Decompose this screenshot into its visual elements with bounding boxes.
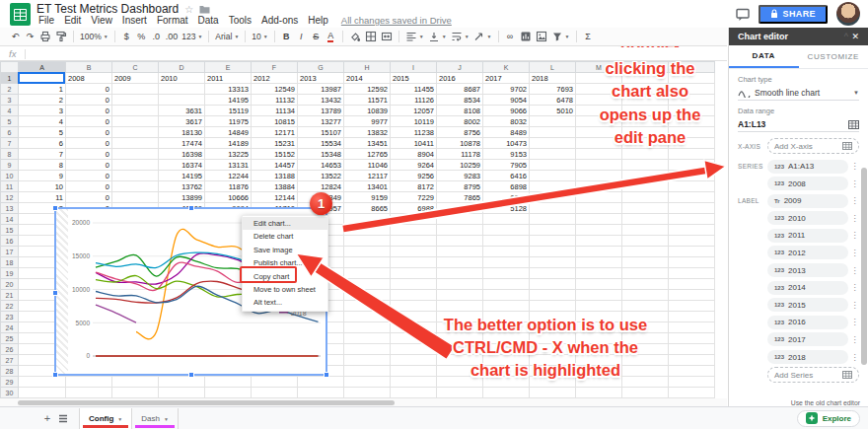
cell-M18[interactable] [576, 257, 622, 268]
cell-I5[interactable]: 10119 [391, 116, 437, 127]
grid-corner[interactable] [1, 62, 19, 73]
row-header-25[interactable]: 25 [1, 333, 19, 344]
format-currency-button[interactable]: $ [119, 29, 134, 44]
series-options-kebab-icon[interactable]: ⋮ [850, 162, 859, 171]
insert-chart-button[interactable] [518, 29, 534, 44]
row-header-17[interactable]: 17 [1, 247, 19, 257]
cell-E6[interactable]: 14849 [205, 127, 252, 138]
chart-type-select[interactable]: Smooth line chart ▼ [738, 86, 859, 101]
cell-A29[interactable] [19, 377, 66, 388]
row-header-22[interactable]: 22 [1, 301, 19, 312]
column-header-L[interactable]: L [530, 62, 576, 73]
cell-A3[interactable]: 2 [19, 95, 66, 106]
cell-L15[interactable] [530, 225, 576, 236]
cell-H18[interactable] [344, 257, 391, 268]
insert-image-button[interactable] [534, 29, 549, 44]
cell-I12[interactable]: 7229 [391, 192, 437, 203]
series-chip-2010[interactable]: 1232010 [767, 211, 848, 225]
cell-J10[interactable]: 9283 [437, 171, 483, 181]
cell-A10[interactable]: 9 [19, 171, 66, 181]
menu-item-copy-chart[interactable]: Copy chart [243, 270, 327, 283]
cell-N17[interactable] [622, 247, 669, 257]
decrease-decimals-button[interactable]: .0 [149, 29, 164, 44]
sheet-tab-dash[interactable]: Dash▼ [132, 408, 179, 429]
column-header-I[interactable]: I [391, 62, 437, 73]
cell-K12[interactable]: 6044 [483, 192, 530, 203]
cell-J2[interactable]: 8687 [437, 84, 483, 95]
resize-handle-n[interactable] [188, 205, 194, 211]
cell-G30[interactable] [298, 388, 344, 398]
row-header-11[interactable]: 11 [1, 181, 19, 192]
cell-L5[interactable] [530, 116, 576, 127]
more-formats-button[interactable]: 123▼ [180, 29, 204, 44]
row-header-12[interactable]: 12 [1, 192, 19, 203]
menu-item-move-to-own-sheet[interactable]: Move to own sheet [243, 283, 327, 296]
cell-H27[interactable] [344, 355, 391, 366]
cell-C29[interactable] [112, 377, 159, 388]
cell-H11[interactable]: 13401 [344, 181, 391, 192]
cell-N19[interactable] [622, 268, 669, 279]
menu-item-delete-chart[interactable]: Delete chart [243, 230, 327, 243]
cell-E12[interactable]: 10666 [205, 192, 252, 203]
add-x-axis-field[interactable]: Add X-axis [767, 138, 859, 154]
menu-item-edit-chart[interactable]: Edit chart... [243, 217, 327, 230]
column-header-J[interactable]: J [437, 62, 483, 73]
cell-J8[interactable]: 11178 [437, 149, 483, 160]
cell-G10[interactable]: 13522 [298, 171, 344, 181]
cell-B6[interactable]: 0 [66, 127, 112, 138]
cell-D30[interactable] [159, 388, 205, 398]
cell-E8[interactable]: 13225 [205, 149, 252, 160]
cell-J19[interactable] [437, 268, 483, 279]
menu-format[interactable]: Format [152, 15, 193, 26]
row-header-6[interactable]: 6 [1, 127, 19, 138]
cell-F1[interactable]: 2012 [252, 73, 298, 84]
cell-F29[interactable] [252, 377, 298, 388]
cell-K17[interactable] [483, 247, 530, 257]
series-options-kebab-icon[interactable]: ⋮ [850, 196, 859, 205]
cell-B12[interactable]: 0 [66, 192, 112, 203]
cell-J30[interactable] [437, 388, 483, 398]
cell-B30[interactable] [66, 388, 112, 398]
explore-button[interactable]: Explore [797, 410, 860, 427]
cell-I22[interactable] [391, 301, 437, 312]
cell-K5[interactable]: 8032 [483, 116, 530, 127]
cell-L14[interactable] [530, 214, 576, 225]
cell-A9[interactable]: 8 [19, 160, 66, 171]
cell-J22[interactable] [437, 301, 483, 312]
cell-H19[interactable] [344, 268, 391, 279]
cell-H9[interactable]: 11046 [344, 160, 391, 171]
series-chip-2017[interactable]: 1232017 [767, 332, 848, 346]
cell-L3[interactable]: 6478 [530, 95, 576, 106]
functions-button[interactable]: Σ [581, 29, 596, 44]
cell-O19[interactable] [669, 268, 715, 279]
series-chip-2015[interactable]: 1232015 [767, 298, 848, 312]
cell-O15[interactable] [669, 225, 715, 236]
cell-I16[interactable] [391, 236, 437, 247]
cell-I18[interactable] [391, 257, 437, 268]
cell-I20[interactable] [391, 279, 437, 290]
cell-B5[interactable]: 0 [66, 116, 112, 127]
cell-D8[interactable]: 16398 [159, 149, 205, 160]
cell-J3[interactable]: 8534 [437, 95, 483, 106]
series-chip-2009[interactable]: Tr2009 [767, 194, 848, 208]
resize-handle-s[interactable] [188, 372, 194, 378]
increase-decimals-button[interactable]: .00 [164, 29, 181, 44]
cell-L13[interactable] [530, 203, 576, 214]
cell-M14[interactable] [576, 214, 622, 225]
cell-N16[interactable] [622, 236, 669, 247]
cell-N30[interactable] [622, 388, 669, 398]
cell-I8[interactable]: 8904 [391, 149, 437, 160]
cell-B8[interactable]: 0 [66, 149, 112, 160]
cell-I19[interactable] [391, 268, 437, 279]
cell-L12[interactable] [530, 192, 576, 203]
cell-E7[interactable]: 14189 [205, 138, 252, 149]
cell-J13[interactable]: 7043 [437, 203, 483, 214]
menu-edit[interactable]: Edit [59, 15, 86, 26]
menu-insert[interactable]: Insert [117, 15, 152, 26]
cell-H4[interactable]: 10839 [344, 106, 391, 116]
series-chip-2008[interactable]: 1232008 [767, 177, 848, 190]
cell-I10[interactable]: 9256 [391, 171, 437, 181]
cell-J12[interactable]: 7865 [437, 192, 483, 203]
cell-L19[interactable] [530, 268, 576, 279]
cell-C2[interactable] [112, 84, 159, 95]
